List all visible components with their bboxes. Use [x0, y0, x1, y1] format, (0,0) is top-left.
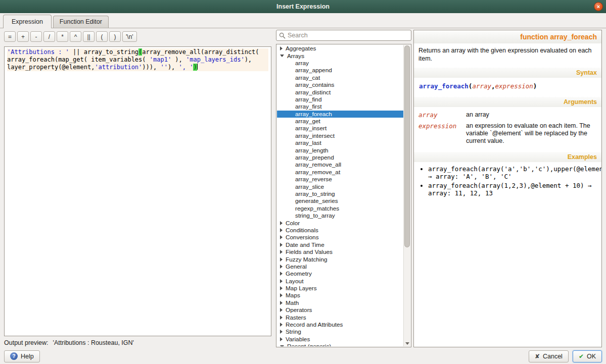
expander-icon[interactable]: [280, 345, 284, 346]
tree-label: array_remove_all: [295, 161, 341, 168]
tree-group-operators[interactable]: Operators: [277, 306, 403, 314]
tree-item-array-reverse[interactable]: array_reverse: [277, 176, 403, 183]
tree-item-array-length[interactable]: array_length: [277, 146, 403, 153]
tree-item-array-prepend[interactable]: array_prepend: [277, 154, 403, 161]
tree-item-array-foreach[interactable]: array_foreach: [277, 111, 403, 118]
tree-item-array-remove-at[interactable]: array_remove_at: [277, 169, 403, 176]
tree-group-conversions[interactable]: Conversions: [277, 234, 403, 241]
tree-label: Operators: [286, 306, 312, 314]
tree-group-math[interactable]: Math: [277, 299, 403, 306]
tree-item-array-append[interactable]: array_append: [277, 67, 403, 74]
tree-item-array-contains[interactable]: array_contains: [277, 81, 403, 88]
tree-group-geometry[interactable]: Geometry: [277, 270, 403, 277]
tree-item-string-to-array[interactable]: string_to_array: [277, 212, 403, 219]
tree-item-array-remove-all[interactable]: array_remove_all: [277, 161, 403, 168]
tree-item-array-to-string[interactable]: array_to_string: [277, 190, 403, 197]
tree-group-recent-generic[interactable]: Recent (generic): [277, 343, 403, 346]
operator-button-8[interactable]: (: [96, 31, 108, 42]
tree-group-fields-and-values[interactable]: Fields and Values: [277, 248, 403, 255]
tree-group-conditionals[interactable]: Conditionals: [277, 227, 403, 234]
tree-group-arrays[interactable]: Arrays: [277, 52, 403, 59]
tree-scrollbar[interactable]: [403, 45, 410, 346]
tree-item-regexp-matches[interactable]: regexp_matches: [277, 205, 403, 212]
operator-button-6[interactable]: ^: [70, 31, 81, 42]
operator-button-10[interactable]: '\n': [122, 31, 137, 42]
operator-button-5[interactable]: *: [57, 31, 68, 42]
tree-item-array-last[interactable]: array_last: [277, 139, 403, 146]
argument-description: an expression to evaluate on each item. …: [466, 122, 597, 145]
tab-expression[interactable]: Expression: [3, 15, 52, 28]
tree-group-color[interactable]: Color: [277, 219, 403, 226]
expander-icon[interactable]: [280, 265, 283, 269]
expander-icon[interactable]: [280, 286, 283, 290]
help-description: Returns an array with the given expressi…: [414, 43, 601, 68]
tree-label: array_find: [295, 96, 321, 103]
operator-button-7[interactable]: ||: [83, 31, 95, 42]
expander-icon[interactable]: [280, 316, 283, 320]
tree-item-array-cat[interactable]: array_cat: [277, 74, 403, 81]
help-button[interactable]: ? Help: [4, 350, 40, 362]
tree-item-array-first[interactable]: array_first: [277, 103, 403, 110]
tab-bar: Expression Function Editor: [0, 13, 606, 28]
tree-group-layout[interactable]: Layout: [277, 278, 403, 285]
tree-label: General: [286, 263, 307, 270]
tree-item-array-find[interactable]: array_find: [277, 96, 403, 103]
expression-editor[interactable]: 'Attributions : ' || array_to_string(arr…: [4, 46, 271, 336]
search-input[interactable]: [288, 32, 408, 39]
code-segment: ),: [168, 64, 179, 71]
expander-icon[interactable]: [280, 250, 283, 254]
cancel-button[interactable]: ✘ Cancel: [529, 350, 569, 362]
tree-group-record-and-attributes[interactable]: Record and Attributes: [277, 321, 403, 328]
tree-item-array-insert[interactable]: array_insert: [277, 125, 403, 132]
tree-group-maps[interactable]: Maps: [277, 292, 403, 299]
tree-item-array-distinct[interactable]: array_distinct: [277, 88, 403, 95]
expander-icon[interactable]: [280, 235, 283, 239]
tree-group-general[interactable]: General: [277, 263, 403, 270]
argument-name: expression: [418, 122, 463, 145]
expander-icon[interactable]: [280, 308, 283, 312]
expression-line: 'Attributions : ' || array_to_string(arr…: [7, 48, 268, 56]
tree-label: Arrays: [287, 53, 304, 60]
output-preview: Output preview:'Attributions : Rousteau,…: [4, 339, 271, 347]
close-icon[interactable]: ×: [594, 2, 603, 11]
tree-item-array-get[interactable]: array_get: [277, 118, 403, 125]
tree-group-aggregates[interactable]: Aggregates: [277, 45, 403, 52]
expander-icon[interactable]: [280, 279, 283, 283]
scrollbar-thumb[interactable]: [404, 45, 410, 247]
expander-icon[interactable]: [280, 272, 283, 276]
title-bar: Insert Expression ×: [0, 0, 606, 13]
scrollbar-down-arrow-icon[interactable]: [405, 342, 409, 345]
expander-icon[interactable]: [280, 228, 283, 232]
code-segment: 'map_layers_ids': [186, 56, 245, 63]
tree-item-array-intersect[interactable]: array_intersect: [277, 132, 403, 139]
operator-button-4[interactable]: /: [43, 31, 55, 42]
operator-button-2[interactable]: +: [17, 31, 29, 42]
tree-group-map-layers[interactable]: Map Layers: [277, 285, 403, 292]
operator-button-3[interactable]: -: [30, 31, 42, 42]
expander-icon[interactable]: [280, 301, 283, 305]
operator-button-1[interactable]: =: [4, 31, 16, 42]
expander-icon[interactable]: [280, 257, 283, 262]
ok-button[interactable]: ✔ OK: [573, 350, 602, 362]
tree-group-variables[interactable]: Variables: [277, 336, 403, 343]
tree-item-array[interactable]: array: [277, 60, 403, 67]
function-tree-rows: AggregatesArraysarrayarray_appendarray_c…: [277, 45, 403, 346]
expander-icon[interactable]: [280, 293, 283, 297]
expander-icon[interactable]: [280, 243, 283, 247]
tree-label: array_distinct: [295, 89, 331, 96]
tree-group-date-and-time[interactable]: Date and Time: [277, 241, 403, 248]
tree-item-generate-series[interactable]: generate_series: [277, 197, 403, 204]
tree-item-array-slice[interactable]: array_slice: [277, 183, 403, 190]
tab-function-editor[interactable]: Function Editor: [53, 16, 109, 28]
expander-icon[interactable]: [280, 323, 283, 327]
expander-icon[interactable]: [280, 46, 283, 50]
tree-group-string[interactable]: String: [277, 328, 403, 335]
tree-group-fuzzy-matching[interactable]: Fuzzy Matching: [277, 255, 403, 263]
expander-icon[interactable]: [280, 55, 284, 57]
expander-icon[interactable]: [280, 337, 283, 341]
operator-button-9[interactable]: ): [109, 31, 121, 42]
tree-label: array_intersect: [295, 132, 335, 139]
expander-icon[interactable]: [280, 221, 283, 225]
expander-icon[interactable]: [280, 330, 283, 334]
tree-group-rasters[interactable]: Rasters: [277, 314, 403, 321]
